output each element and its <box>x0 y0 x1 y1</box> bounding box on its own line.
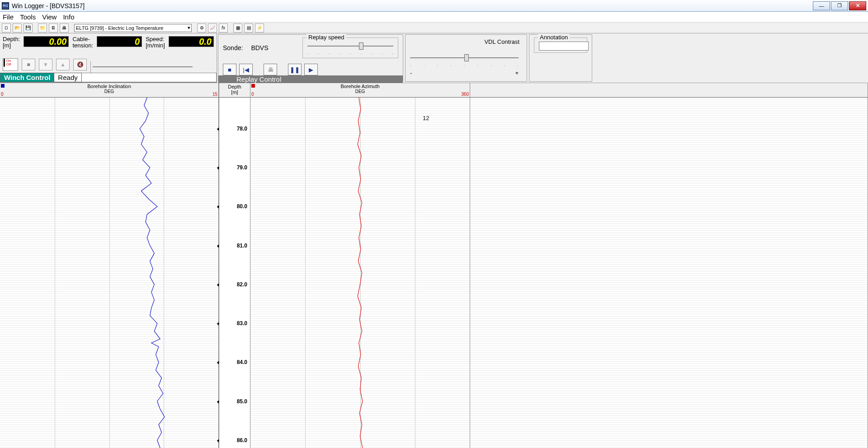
power-toggle[interactable]: ▌On▌Off <box>3 58 18 71</box>
replay-rewind-button[interactable]: |◀ <box>239 64 253 75</box>
menu-file[interactable]: File <box>3 13 14 21</box>
depth-tick-label: 83.0 <box>237 320 247 327</box>
winch-slider[interactable] <box>90 61 194 73</box>
azimuth-curve <box>250 98 470 448</box>
replay-speed-slider[interactable] <box>307 42 393 51</box>
log-area: Borehole Inclination DEG 0 15 Depth [m] … <box>0 83 868 448</box>
incl-title: Borehole Inclination <box>0 83 218 89</box>
config-icon[interactable]: ⚙ <box>197 23 206 33</box>
header-icon[interactable]: ▦ <box>233 23 242 33</box>
vdl-slider[interactable] <box>410 53 519 62</box>
azim-min: 0 <box>251 92 254 97</box>
annotation-legend: Annotation <box>538 34 570 41</box>
depth-tick-label: 85.0 <box>237 398 247 405</box>
minimize-button[interactable]: — <box>813 1 830 10</box>
depth-display: 0.00 <box>24 36 69 47</box>
print-preview-icon[interactable]: 🗎 <box>49 23 58 33</box>
azim-unit: DEG <box>250 89 470 94</box>
incl-max: 15 <box>212 92 217 97</box>
up-button[interactable]: ▲ <box>56 59 70 70</box>
depth-tick-label: 84.0 <box>237 359 247 365</box>
tool-combo[interactable]: ELTG [9739] - Electric Log Temperature <box>74 24 192 32</box>
chart-icon[interactable]: 📈 <box>208 23 217 33</box>
depth-tick-label: 78.0 <box>237 126 247 132</box>
sonde-value: BDVS <box>251 44 268 51</box>
cable-display: 0 <box>97 36 142 47</box>
fx-icon[interactable]: fx <box>219 23 228 33</box>
vdl-minus: - <box>410 70 412 76</box>
incl-color-icon <box>1 84 5 88</box>
depth-label: Depth: <box>3 36 20 42</box>
sonde-label: Sonde: <box>223 44 243 51</box>
track-azimuth: Borehole Azimuth DEG 0 360 <box>250 83 470 448</box>
app-icon: RG <box>2 2 9 9</box>
grid-icon[interactable]: ▤ <box>244 23 253 33</box>
stop-button[interactable]: ■ <box>22 59 35 70</box>
folder2-icon[interactable]: 📁 <box>38 23 47 33</box>
azim-title: Borehole Azimuth <box>250 83 470 89</box>
replay-print-button[interactable]: 🖶 <box>264 64 277 75</box>
speed-unit: [m/min] <box>146 42 165 49</box>
save-icon[interactable]: 💾 <box>24 23 33 33</box>
replay-play-button[interactable]: ▶ <box>304 64 318 75</box>
track-inclination: Borehole Inclination DEG 0 15 <box>0 83 219 448</box>
toolbar: 🗋 📂 💾 📁 🗎 🖶 ELTG [9739] - Electric Log T… <box>0 23 868 33</box>
replay-pause-button[interactable]: ❚❚ <box>288 64 302 75</box>
print-icon[interactable]: 🖶 <box>60 23 69 33</box>
depth-tick-label: 80.0 <box>237 203 247 210</box>
azim-color-icon <box>251 84 255 88</box>
cable-unit: tension: <box>72 42 93 49</box>
flash-icon[interactable]: ⚡ <box>255 23 264 33</box>
menu-info[interactable]: Info <box>63 13 74 21</box>
vdl-legend: VDL Contrast <box>410 38 522 45</box>
depth-column: Depth [m] 78.079.080.081.082.083.084.085… <box>219 83 250 448</box>
speed-display: 0.0 <box>169 36 214 47</box>
down-button[interactable]: ▼ <box>39 59 52 70</box>
tool-combo-text: ELTG [9739] - Electric Log Temperature <box>76 25 163 31</box>
incl-min: 0 <box>1 92 4 97</box>
speed-label: Speed: <box>146 36 164 42</box>
annotation-input[interactable] <box>539 42 589 51</box>
menu-tools[interactable]: Tools <box>20 13 36 21</box>
depth-col-title: Depth <box>219 84 250 89</box>
depth-tick-label: 82.0 <box>237 281 247 288</box>
menu-view[interactable]: View <box>42 13 57 21</box>
incl-unit: DEG <box>0 89 218 94</box>
status-blank <box>82 73 217 82</box>
depth-tick-label: 81.0 <box>237 243 247 249</box>
menubar: File Tools View Info <box>0 12 868 23</box>
depth-col-unit: [m] <box>219 89 250 95</box>
depth-unit: [m] <box>3 42 11 49</box>
maximize-button[interactable]: ❐ <box>831 1 848 10</box>
replay-speed-legend: Replay speed <box>307 34 346 41</box>
window-title: Win Logger - [BDVS3157] <box>12 2 813 9</box>
winch-control-label: Winch Control <box>0 73 54 82</box>
azim-max: 360 <box>461 92 469 97</box>
titlebar: RG Win Logger - [BDVS3157] — ❐ ✕ <box>0 0 868 12</box>
inclination-curve <box>0 98 218 448</box>
control-panels: Depth: [m] 0.00 Cable- tension: 0 Speed:… <box>0 33 868 83</box>
sound-button[interactable]: 🔇 <box>73 59 87 70</box>
depth-tick-label: 86.0 <box>237 437 247 443</box>
new-icon[interactable]: 🗋 <box>2 23 11 33</box>
close-button[interactable]: ✕ <box>849 1 866 10</box>
log-annotation-12: 12 <box>423 115 429 121</box>
status-ready: Ready <box>54 73 81 82</box>
replay-control-bar: Replay Control <box>218 75 403 83</box>
replay-stop-button[interactable]: ■ <box>223 64 236 75</box>
vdl-plus: + <box>515 70 519 76</box>
cable-label: Cable- <box>72 36 90 42</box>
depth-tick-label: 79.0 <box>237 164 247 171</box>
open-icon[interactable]: 📂 <box>13 23 22 33</box>
track-extra: 12 <box>470 83 868 448</box>
